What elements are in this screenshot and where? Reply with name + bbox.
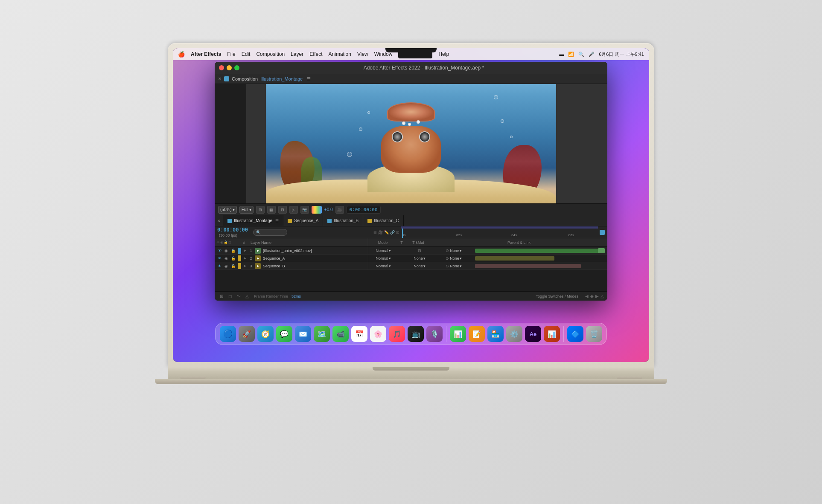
bottom-icon-stencil[interactable]: △ — [244, 293, 251, 300]
color-picker-btn[interactable] — [312, 206, 322, 214]
dock-app-calendar[interactable]: 📅 — [351, 326, 367, 342]
dock-app-pages[interactable]: 📝 — [469, 326, 485, 342]
bubble-1 — [359, 127, 362, 131]
layer-1-expand-icon[interactable]: ▶ — [243, 248, 247, 254]
minimize-button[interactable] — [227, 65, 232, 70]
app-name-menu[interactable]: After Effects — [191, 51, 221, 57]
tab-illustration-b[interactable]: Illustration_B — [323, 215, 363, 226]
layer-3-parent-chevron: ▾ — [460, 264, 462, 268]
bottom-icon-motion[interactable]: 〜 — [235, 293, 242, 300]
layer-1-solo-icon[interactable]: ◉ — [223, 248, 229, 254]
region-of-interest-btn[interactable]: ⊞ — [256, 206, 265, 214]
tl-icon-frame[interactable]: ⊡ — [396, 230, 399, 235]
tab-sequence-a[interactable]: Sequence_A — [283, 215, 323, 226]
tab-menu-icon-1[interactable]: ☰ — [275, 219, 279, 223]
quality-dropdown[interactable]: Full ▾ — [239, 206, 254, 214]
dock-app-tv[interactable]: 📺 — [408, 326, 424, 342]
apple-logo-icon[interactable]: 🍎 — [178, 51, 185, 58]
layer-1-mode-label: Normal — [376, 249, 388, 253]
menu-effect[interactable]: Effect — [309, 51, 322, 57]
dock-app-launchpad[interactable]: 🚀 — [239, 326, 255, 342]
tl-icon-layers[interactable]: ⊞ — [373, 230, 377, 235]
dock-app-facetime[interactable]: 📹 — [332, 326, 349, 342]
layer-3-type-icon: ▶ — [255, 263, 261, 269]
siri-status[interactable]: 🎤 — [589, 52, 595, 57]
dock-app-finder[interactable]: 🔵 — [220, 326, 236, 342]
dock-app-music[interactable]: 🎵 — [389, 326, 405, 342]
menu-help[interactable]: Help — [438, 51, 449, 57]
layer-2-lock-icon[interactable]: 🔒 — [230, 255, 236, 261]
camera-btn[interactable]: 🎥 — [335, 206, 344, 214]
menu-layer[interactable]: Layer — [291, 51, 303, 57]
tl-end-button[interactable] — [600, 230, 605, 235]
close-button[interactable] — [219, 65, 224, 70]
bottom-icon-draft[interactable]: ◻ — [227, 293, 233, 300]
bottom-nav-left-icon[interactable]: ◀ — [585, 294, 589, 298]
tab-color-dot-4 — [367, 219, 372, 223]
bottom-nav-right-icon[interactable]: ▶ — [595, 294, 599, 298]
layer-3-track-bar — [475, 264, 581, 268]
dock-app-systemprefs[interactable]: ⚙️ — [506, 326, 522, 342]
menu-animation[interactable]: Animation — [329, 51, 351, 57]
layer-2-visibility-icon[interactable]: 👁 — [216, 255, 222, 261]
pixel-aspect-btn[interactable]: ⊡ — [278, 206, 287, 214]
dock-app-finder2[interactable]: 🔷 — [567, 326, 583, 342]
layer-2-solo-icon[interactable]: ◉ — [223, 255, 229, 261]
layer-3-solo-icon[interactable]: ◉ — [223, 263, 229, 269]
tl-icon-link[interactable]: 🔗 — [390, 230, 395, 235]
layer-1-parent-dropdown[interactable]: None ▾ — [450, 249, 462, 253]
tl-icon-edit[interactable]: ✏️ — [384, 230, 389, 235]
bottom-icon-expand[interactable]: ⊞ — [218, 293, 225, 300]
dock-app-trash[interactable]: 🗑️ — [586, 326, 602, 342]
layer-2-trkmat-dropdown[interactable]: None ▾ — [414, 256, 426, 261]
dock-app-appstore[interactable]: 🏪 — [487, 326, 504, 342]
menu-view[interactable]: View — [357, 51, 368, 57]
dock-app-mail[interactable]: ✉️ — [295, 326, 311, 342]
layer-3-mode-dropdown[interactable]: Normal ▾ — [376, 264, 391, 268]
fullscreen-button[interactable] — [234, 65, 239, 70]
dock-app-numbers[interactable]: 📊 — [450, 326, 466, 342]
snapshot-btn[interactable]: 📷 — [300, 206, 309, 214]
layer-3-parent-dropdown[interactable]: None ▾ — [450, 264, 462, 268]
menu-composition[interactable]: Composition — [256, 51, 285, 57]
layer-1-mode-dropdown[interactable]: Normal ▾ — [376, 249, 391, 253]
layer-1-name[interactable]: [Illustration_anim_v002.mov] — [262, 249, 368, 253]
dock-app-maps[interactable]: 🗺️ — [314, 326, 330, 342]
layer-3-expand-icon[interactable]: ▶ — [243, 263, 247, 269]
tab-bar-close-icon[interactable]: ✕ — [215, 219, 223, 223]
panel-menu-icon[interactable]: ☰ — [307, 76, 311, 81]
timecode-display[interactable]: 0:00:00:00 — [347, 206, 381, 214]
menu-file[interactable]: File — [227, 51, 235, 57]
toggle-switches-btn[interactable]: Toggle Switches / Modes — [536, 294, 578, 298]
layer-3-lock-icon[interactable]: 🔒 — [230, 263, 236, 269]
layer-1-trkmat-icon: ⊡ — [418, 249, 421, 253]
tab-illustration-montage[interactable]: Illustration_Montage ☰ — [223, 215, 283, 226]
layer-2-parent-dropdown[interactable]: None ▾ — [450, 256, 462, 261]
dock-app-powerpoint[interactable]: 📊 — [544, 326, 560, 342]
layer-2-name[interactable]: Sequence_A — [262, 256, 368, 261]
layer-3-trkmat-dropdown[interactable]: None ▾ — [414, 264, 426, 268]
menu-edit[interactable]: Edit — [242, 51, 251, 57]
layer-1-lock-icon[interactable]: 🔒 — [230, 248, 236, 254]
tab-illustration-c[interactable]: Illustration_C — [363, 215, 403, 226]
dock-app-photos[interactable]: 🌸 — [370, 326, 386, 342]
dock-app-safari[interactable]: 🧭 — [257, 326, 274, 342]
zoom-dropdown[interactable]: (50%) ▾ — [218, 206, 237, 214]
tl-icon-camera[interactable]: 🎥 — [378, 230, 383, 235]
panel-close-icon[interactable]: ✕ — [218, 76, 222, 81]
dock-app-aftereffects[interactable]: Ae — [525, 326, 541, 342]
trash-icon: 🗑️ — [590, 330, 598, 338]
layer-1-visibility-icon[interactable]: 👁 — [216, 248, 222, 254]
search-status[interactable]: 🔍 — [578, 52, 584, 57]
dock-app-messages[interactable]: 💬 — [276, 326, 292, 342]
tl-timecode[interactable]: 0:00:00:00 — [217, 227, 248, 233]
layer-3-name[interactable]: Sequence_B — [262, 264, 368, 268]
composition-label: Composition — [232, 76, 258, 81]
render-btn[interactable]: ▷ — [289, 206, 298, 214]
layer-2-mode-dropdown[interactable]: Normal ▾ — [376, 256, 391, 261]
layer-2-expand-icon[interactable]: ▶ — [243, 255, 247, 261]
transparency-grid-btn[interactable]: ▦ — [267, 206, 276, 214]
layer-3-visibility-icon[interactable]: 👁 — [216, 263, 222, 269]
tl-search-box[interactable]: 🔍 — [253, 229, 287, 236]
dock-app-podcasts[interactable]: 🎙️ — [426, 326, 443, 342]
